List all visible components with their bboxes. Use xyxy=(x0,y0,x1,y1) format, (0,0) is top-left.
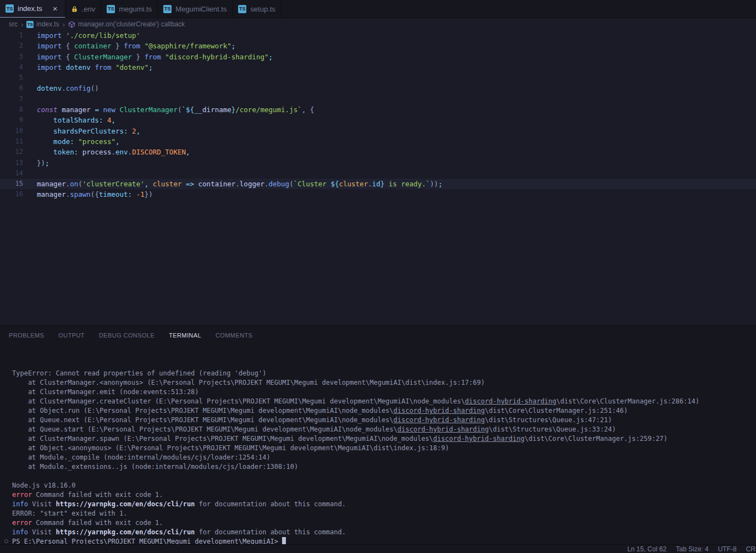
editor-tab-env[interactable]: .env xyxy=(65,0,102,18)
panel-tab-comments[interactable]: COMMENTS xyxy=(216,330,252,341)
terminal-line: error Command failed with exit code 1. xyxy=(12,518,756,528)
code-token: config xyxy=(66,84,91,92)
code-token: ClusterManager xyxy=(74,53,132,61)
code-line-8[interactable]: 8const manager = new ClusterManager(`${_… xyxy=(0,104,756,115)
terminal-text: PS E:\Personal Projects\PROJEKT MEGUMI\M… xyxy=(12,538,278,544)
terminal-line: PS E:\Personal Projects\PROJEKT MEGUMI\M… xyxy=(12,537,756,544)
terminal-url-link[interactable]: https://yarnpkg.com/en/docs/cli/run xyxy=(56,528,195,536)
code-token: "discord-hybrid-sharding" xyxy=(165,53,268,61)
code-line-16[interactable]: 16manager.spawn({timeout: -1}) xyxy=(0,189,756,200)
editor-tab-index-ts[interactable]: TSindex.ts× xyxy=(0,0,65,18)
code-token xyxy=(115,106,120,114)
code-line-13[interactable]: 13}); xyxy=(0,158,756,168)
code-token: . xyxy=(264,180,269,188)
code-content: dotenv.config() xyxy=(37,83,99,93)
terminal-line: info Visit https://yarnpkg.com/en/docs/c… xyxy=(12,528,756,537)
code-token: debug xyxy=(269,180,290,188)
terminal-text: \dist\Core\ClusterManager.js:251:46) xyxy=(485,407,628,414)
terminal-text: at Queue.next (E:\Personal Projects\PROJ… xyxy=(12,416,394,424)
status-item-utf-8[interactable]: UTF-8 xyxy=(718,545,737,553)
code-token xyxy=(37,148,53,156)
editor-tab-megumi-ts[interactable]: TSmegumi.ts xyxy=(101,0,158,18)
status-item-tab-size-4[interactable]: Tab Size: 4 xyxy=(676,545,708,553)
code-token: ; xyxy=(45,159,49,167)
code-token: process xyxy=(82,148,112,156)
code-line-12[interactable]: 12 token: process.env.DISCORD_TOKEN, xyxy=(0,147,756,157)
terminal-text: at Module._compile (node:internal/module… xyxy=(12,454,271,461)
terminal-text: at ClusterManager.<anonymous> (E:\Person… xyxy=(12,379,485,386)
code-token: container xyxy=(198,180,236,188)
terminal-line: at ClusterManager.spawn (E:\Personal Pro… xyxy=(12,434,756,444)
status-item-crlf[interactable]: CRLF xyxy=(746,545,756,553)
terminal-text: at ClusterManager.spawn (E:\Personal Pro… xyxy=(12,435,433,443)
line-number: 10 xyxy=(0,126,23,136)
terminal-url-link[interactable]: https://yarnpkg.com/en/docs/cli/run xyxy=(56,500,195,508)
code-token: container xyxy=(74,42,112,50)
code-token: : xyxy=(70,137,74,146)
terminal-text: \dist\Structures\Queue.js:33:24) xyxy=(489,425,616,433)
panel-tab-problems[interactable]: PROBLEMS xyxy=(9,330,44,341)
code-line-2[interactable]: 2import { container } from "@sapphire/fr… xyxy=(0,41,756,51)
code-content: const manager = new ClusterManager(`${__… xyxy=(37,104,314,115)
terminal-file-link[interactable]: discord-hybrid-sharding xyxy=(433,435,525,443)
status-item-ln-15-col-62[interactable]: Ln 15, Col 62 xyxy=(627,545,666,553)
terminal-file-link[interactable]: discord-hybrid-sharding xyxy=(394,416,485,424)
breadcrumb-item-src[interactable]: src xyxy=(9,20,18,28)
terminal-output[interactable]: TypeError: Cannot read properties of und… xyxy=(0,344,756,544)
breadcrumb-file-label: index.ts xyxy=(36,20,59,28)
command-status-circle-icon xyxy=(4,539,8,543)
code-editor[interactable]: 1import './core/lib/setup'2import { cont… xyxy=(0,30,756,325)
code-content: mode: "process", xyxy=(37,136,120,147)
terminal-file-link[interactable]: discord-hybrid-sharding xyxy=(394,407,485,414)
terminal-file-link[interactable]: discord-hybrid-sharding xyxy=(465,397,556,405)
code-token xyxy=(78,148,82,156)
code-token xyxy=(148,180,153,188)
terminal-line: Node.js v18.16.0 xyxy=(12,481,756,490)
code-line-15[interactable]: 15manager.on('clusterCreate', cluster =>… xyxy=(0,179,756,189)
line-number: 12 xyxy=(0,147,23,157)
line-number: 8 xyxy=(0,104,23,115)
breadcrumb-item-symbol[interactable]: manager.on('clusterCreate') callback xyxy=(68,20,185,28)
panel-tab-debug-console[interactable]: DEBUG CONSOLE xyxy=(99,330,154,341)
code-token xyxy=(37,137,53,146)
typescript-file-icon: TS xyxy=(238,5,246,13)
code-line-5[interactable]: 5 xyxy=(0,73,756,83)
tab-label: index.ts xyxy=(18,4,42,13)
code-line-1[interactable]: 1import './core/lib/setup' xyxy=(0,30,756,41)
code-token: logger xyxy=(240,180,264,188)
code-token: , xyxy=(112,116,116,124)
panel-tab-terminal[interactable]: TERMINAL xyxy=(169,330,201,341)
close-icon[interactable]: × xyxy=(51,4,59,13)
code-content: import dotenv from "dotenv"; xyxy=(37,62,153,73)
tab-bar: TSindex.ts×.envTSmegumi.tsTSMegumiClient… xyxy=(0,0,756,18)
line-number: 13 xyxy=(0,158,23,168)
code-line-6[interactable]: 6dotenv.config() xyxy=(0,83,756,93)
code-token: totalShards xyxy=(53,116,99,124)
code-line-3[interactable]: 3import { ClusterManager } from "discord… xyxy=(0,52,756,62)
code-line-9[interactable]: 9 totalShards: 4, xyxy=(0,115,756,125)
code-token: spawn xyxy=(70,190,91,198)
panel-tab-output[interactable]: OUTPUT xyxy=(58,330,85,341)
terminal-line: at Module._compile (node:internal/module… xyxy=(12,453,756,462)
code-token: "process" xyxy=(78,137,115,146)
breadcrumb-item-file[interactable]: TS index.ts xyxy=(26,20,59,28)
code-line-11[interactable]: 11 mode: "process", xyxy=(0,136,756,147)
code-token xyxy=(62,31,66,40)
code-line-14[interactable]: 14 xyxy=(0,168,756,179)
code-line-7[interactable]: 7 xyxy=(0,94,756,104)
code-token xyxy=(128,127,133,135)
code-token: from xyxy=(145,53,161,61)
terminal-line: at ClusterManager.createCluster (E:\Pers… xyxy=(12,397,756,406)
line-number: 4 xyxy=(0,62,23,73)
terminal-text: at Object.run (E:\Personal Projects\PROJ… xyxy=(12,407,394,414)
code-line-4[interactable]: 4import dotenv from "dotenv"; xyxy=(0,62,756,73)
terminal-text: error xyxy=(12,519,32,527)
editor-tab-setup-ts[interactable]: TSsetup.ts xyxy=(233,0,282,18)
code-line-10[interactable]: 10 shardsPerClusters: 2, xyxy=(0,126,756,136)
line-number: 6 xyxy=(0,83,23,93)
code-content: token: process.env.DISCORD_TOKEN, xyxy=(37,147,190,157)
tab-label: MegumiClient.ts xyxy=(175,5,227,13)
terminal-text: Node.js v18.16.0 xyxy=(12,482,76,489)
terminal-file-link[interactable]: discord-hybrid-sharding xyxy=(398,425,489,433)
editor-tab-megumiclient-ts[interactable]: TSMegumiClient.ts xyxy=(158,0,233,18)
